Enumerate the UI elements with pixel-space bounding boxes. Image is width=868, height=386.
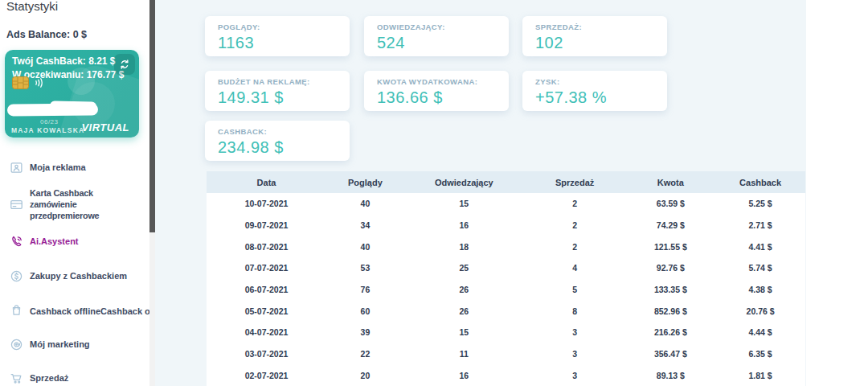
table-cell: 216.26 $ <box>625 327 715 337</box>
stat-label: CASHBACK: <box>218 127 337 136</box>
table-cell: 2 <box>524 242 626 252</box>
sidebar-item-moja-reklama[interactable]: Moja reklama <box>0 154 149 181</box>
stat-value: 1163 <box>218 34 337 52</box>
sidebar-item-label: Karta Cashback zamówienie przedpremierow… <box>30 187 137 221</box>
sidebar-scrollbar[interactable] <box>149 0 155 386</box>
ads-balance: Ads Balance: 0 $ <box>6 29 87 40</box>
table-cell: 2.71 $ <box>715 220 805 230</box>
stat-value: 524 <box>377 34 496 52</box>
table-cell: 5 <box>524 285 626 294</box>
column-header: Cashback <box>715 178 805 187</box>
shopping-bag-icon <box>9 302 23 317</box>
table-cell: 20.76 $ <box>715 306 805 316</box>
stat-value: 136.66 $ <box>377 88 496 107</box>
stat-value: +57.38 % <box>535 88 654 107</box>
table-cell: 16 <box>404 371 524 380</box>
table-row: 03-07-202122113356.47 $6.35 $ <box>207 343 805 365</box>
table-cell: 15 <box>404 199 524 208</box>
sidebar-item-ai-asystent[interactable]: Ai.Asystent <box>0 228 149 255</box>
stat-label: ZYSK: <box>535 77 654 86</box>
main-content: POGLĄDY:1163ODWIEDZAJĄCY:524SPRZEDAŻ:102… <box>155 0 806 386</box>
dollar-circle-icon <box>9 269 23 283</box>
card-holder-name: MAJA KOWALSKA <box>11 126 84 134</box>
refresh-icon[interactable] <box>114 54 135 75</box>
stat-value: 102 <box>535 34 654 52</box>
table-row: 10-07-20214015263.59 $5.25 $ <box>207 193 805 215</box>
stat-card: ZYSK:+57.38 % <box>522 71 667 111</box>
contactless-icon <box>34 77 45 88</box>
table-cell: 15 <box>404 327 524 337</box>
stat-card: CASHBACK:234.98 $ <box>205 121 350 161</box>
table-cell: 92.76 $ <box>625 263 715 273</box>
sidebar-item-moj-marketing[interactable]: Mój marketing <box>0 331 149 358</box>
cart-icon <box>9 371 23 385</box>
stat-card: ODWIEDZAJĄCY:524 <box>364 16 509 56</box>
table-cell: 63.59 $ <box>625 199 715 208</box>
table-cell: 40 <box>326 199 404 208</box>
table-cell: 4.38 $ <box>715 285 805 294</box>
table-cell: 6.35 $ <box>715 349 805 359</box>
table-cell: 20 <box>326 371 404 380</box>
scrollbar-thumb[interactable] <box>149 0 155 232</box>
stat-card: SPRZEDAŻ:102 <box>522 16 667 56</box>
sidebar-item-sprzedaz[interactable]: Sprzedaż <box>0 364 149 386</box>
table-cell: 04-07-2021 <box>207 327 326 337</box>
table-cell: 03-07-2021 <box>207 349 326 359</box>
stat-label: ODWIEDZAJĄCY: <box>377 23 496 31</box>
table-row: 08-07-202140182121.55 $4.41 $ <box>207 236 805 257</box>
table-cell: 05-07-2021 <box>207 306 326 316</box>
table-cell: 852.96 $ <box>625 306 715 316</box>
table-cell: 5.25 $ <box>715 199 805 208</box>
card-chip-icon <box>12 76 29 89</box>
sidebar-item-label: Mój marketing <box>30 339 90 350</box>
sidebar-item-karta-cashback[interactable]: Karta Cashback zamówienie przedpremierow… <box>0 191 149 218</box>
table-cell: 4.41 $ <box>715 242 805 252</box>
column-header: Odwiedzający <box>404 178 524 187</box>
table-cell: 16 <box>404 220 524 230</box>
column-header: Sprzedaż <box>524 178 626 187</box>
table-cell: 3 <box>524 371 626 380</box>
table-row: 06-07-202176265133.35 $4.38 $ <box>207 279 805 301</box>
table-body: 10-07-20214015263.59 $5.25 $09-07-202134… <box>207 193 805 386</box>
table-cell: 121.55 $ <box>625 242 715 252</box>
sidebar-item-zakupy-z-cashbackiem[interactable]: Zakupy z Cashbackiem <box>0 262 149 290</box>
column-header: Data <box>207 178 326 187</box>
table-cell: 22 <box>326 349 404 359</box>
table-cell: 10-07-2021 <box>207 199 326 208</box>
table-cell: 5.74 $ <box>715 263 805 273</box>
cashback-card: Twój CashBack: 8.21 $ W oczekiwaniu: 176… <box>5 50 139 138</box>
table-row: 05-07-202160268852.96 $20.76 $ <box>207 300 805 322</box>
stat-label: POGLĄDY: <box>218 23 337 31</box>
id-badge-icon <box>9 160 23 175</box>
table-cell: 3 <box>524 327 626 337</box>
card-number-redacted <box>50 101 96 111</box>
table-cell: 07-07-2021 <box>207 263 326 273</box>
stat-label: SPRZEDAŻ: <box>535 23 654 31</box>
table-cell: 09-07-2021 <box>207 220 326 230</box>
table-cell: 11 <box>404 349 524 359</box>
table-cell: 18 <box>404 242 524 252</box>
table-row: 07-07-20215325492.76 $5.74 $ <box>207 257 805 279</box>
sidebar-item-cashback-offline[interactable]: Cashback offlineCashback offline* <box>0 296 149 323</box>
table-cell: 25 <box>404 263 524 273</box>
stat-value: 149.31 $ <box>218 88 337 107</box>
stat-card: KWOTA WYDATKOWANA:136.66 $ <box>364 71 509 111</box>
table-cell: 02-07-2021 <box>207 371 326 380</box>
card-type-label: VIRTUAL <box>81 121 129 133</box>
table-header: DataPoglądyOdwiedzającySprzedażKwotaCash… <box>207 171 805 193</box>
table-cell: 2 <box>524 199 626 208</box>
table-row: 09-07-20213416274.29 $2.71 $ <box>207 215 805 236</box>
table-cell: 26 <box>404 285 524 294</box>
table-cell: 1.81 $ <box>715 371 805 380</box>
table-row: 02-07-20212016389.13 $1.81 $ <box>207 365 805 386</box>
table-cell: 60 <box>326 306 404 316</box>
sidebar-item-label: Zakupy z Cashbackiem <box>30 270 127 281</box>
app-root: Statystyki Ads Balance: 0 $ Twój CashBac… <box>0 0 868 386</box>
sidebar-item-label: Moja reklama <box>30 162 86 173</box>
column-header: Poglądy <box>326 178 404 187</box>
table-cell: 08-07-2021 <box>207 242 326 252</box>
stat-card: BUDŻET NA REKLAMĘ:149.31 $ <box>205 71 350 111</box>
table-cell: 26 <box>404 306 524 316</box>
table-cell: 39 <box>326 327 404 337</box>
credit-card-icon <box>9 197 23 211</box>
